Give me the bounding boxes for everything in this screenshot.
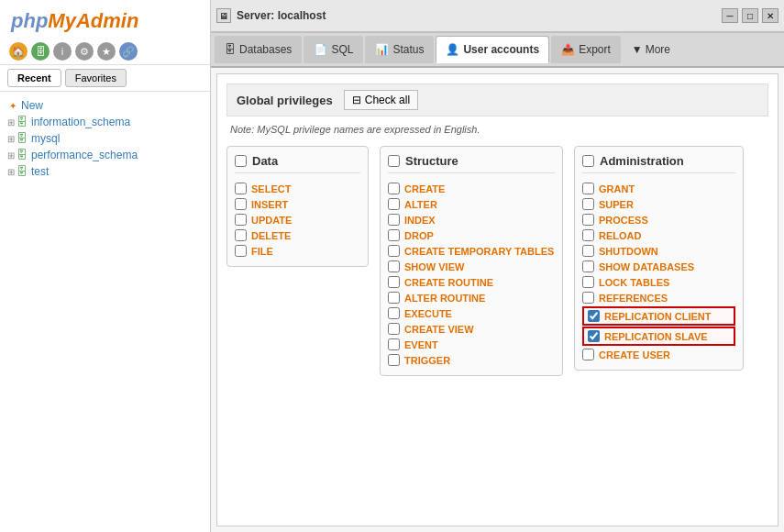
lock-icon[interactable]: 🔗 (119, 42, 138, 61)
check-all-button[interactable]: ⊟ Check all (344, 90, 418, 110)
create-user-checkbox[interactable] (582, 349, 594, 360)
alter-routine-checkbox[interactable] (388, 292, 400, 304)
show-databases-checkbox[interactable] (582, 260, 594, 272)
db-item-performance-schema[interactable]: ⊞ 🗄 performance_schema (0, 147, 210, 163)
db-item-information-schema[interactable]: ⊞ 🗄 information_schema (0, 114, 210, 130)
database-icon[interactable]: 🗄 (31, 42, 50, 61)
priv-trigger: TRIGGER (388, 352, 555, 368)
create-user-label[interactable]: CREATE USER (599, 349, 670, 360)
create-view-checkbox[interactable] (388, 323, 400, 335)
global-privileges-label: Global privileges (237, 94, 333, 107)
admin-header-checkbox[interactable] (582, 155, 594, 167)
lock-tables-checkbox[interactable] (582, 276, 594, 288)
structure-header-checkbox[interactable] (388, 155, 400, 167)
priv-delete: DELETE (235, 227, 360, 243)
minimize-button[interactable]: ─ (722, 8, 738, 23)
priv-select: SELECT (235, 181, 360, 196)
replication-slave-checkbox[interactable] (588, 330, 600, 342)
insert-checkbox[interactable] (235, 198, 247, 210)
delete-label[interactable]: DELETE (251, 230, 291, 241)
priv-drop: DROP (388, 227, 555, 243)
create-routine-label[interactable]: CREATE ROUTINE (404, 277, 493, 288)
process-label[interactable]: PROCESS (599, 215, 648, 226)
trigger-label[interactable]: TRIGGER (404, 355, 450, 366)
create-view-label[interactable]: CREATE VIEW (404, 324, 474, 335)
expand-icon: ⊞ (7, 150, 15, 161)
show-databases-label[interactable]: SHOW DATABASES (599, 261, 694, 272)
tab-user-accounts[interactable]: 👤 User accounts (436, 36, 549, 63)
replication-slave-label[interactable]: REPLICATION SLAVE (604, 331, 708, 342)
reload-label[interactable]: RELOAD (599, 230, 641, 241)
close-button[interactable]: ✕ (762, 8, 778, 23)
super-checkbox[interactable] (582, 198, 594, 210)
settings-icon[interactable]: ⚙ (75, 42, 94, 61)
expand-icon: ⊞ (7, 117, 15, 127)
maximize-button[interactable]: □ (742, 8, 758, 23)
insert-label[interactable]: INSERT (251, 199, 288, 210)
home-icon[interactable]: 🏠 (9, 42, 28, 61)
select-label[interactable]: SELECT (251, 183, 291, 194)
priv-references: REFERENCES (582, 290, 735, 305)
priv-update: UPDATE (235, 212, 360, 227)
event-checkbox[interactable] (388, 338, 400, 350)
super-label[interactable]: SUPER (599, 199, 634, 210)
reload-checkbox[interactable] (582, 229, 594, 241)
drop-label[interactable]: DROP (404, 230, 434, 241)
tab-export[interactable]: 📤 Export (551, 36, 621, 63)
file-checkbox[interactable] (235, 245, 247, 257)
favorites-tab[interactable]: Favorites (65, 69, 127, 87)
grant-checkbox[interactable] (582, 183, 594, 194)
show-view-label[interactable]: SHOW VIEW (404, 261, 464, 272)
lock-tables-label[interactable]: LOCK TABLES (599, 277, 669, 288)
shutdown-checkbox[interactable] (582, 245, 594, 257)
star-icon[interactable]: ★ (97, 42, 116, 61)
recent-tab[interactable]: Recent (7, 69, 61, 87)
replication-client-label[interactable]: REPLICATION CLIENT (604, 311, 712, 322)
priv-replication-slave: REPLICATION SLAVE (582, 327, 735, 346)
index-checkbox[interactable] (388, 214, 400, 226)
tab-sql[interactable]: 📄 SQL (304, 36, 363, 63)
db-item-test[interactable]: ⊞ 🗄 test (0, 163, 210, 180)
create-checkbox[interactable] (388, 183, 400, 194)
shutdown-label[interactable]: SHUTDOWN (599, 246, 658, 257)
update-label[interactable]: UPDATE (251, 215, 292, 226)
select-checkbox[interactable] (235, 183, 247, 194)
references-checkbox[interactable] (582, 292, 594, 304)
new-database-item[interactable]: New (0, 97, 210, 114)
priv-reload: RELOAD (582, 227, 735, 243)
db-item-mysql[interactable]: ⊞ 🗄 mysql (0, 130, 210, 147)
tab-more[interactable]: ▼ More (623, 38, 679, 61)
logo: phpMyAdmin (0, 0, 210, 39)
tab-databases[interactable]: 🗄 Databases (215, 36, 302, 63)
execute-label[interactable]: EXECUTE (404, 308, 452, 319)
create-routine-checkbox[interactable] (388, 276, 400, 288)
drop-checkbox[interactable] (388, 229, 400, 241)
event-label[interactable]: EVENT (404, 339, 438, 350)
export-tab-label: Export (579, 43, 611, 56)
create-temporary-tables-label[interactable]: CREATE TEMPORARY TABLES (404, 246, 554, 257)
trigger-checkbox[interactable] (388, 354, 400, 366)
info-icon[interactable]: i (53, 42, 72, 61)
alter-checkbox[interactable] (388, 198, 400, 210)
priv-create-view: CREATE VIEW (388, 321, 555, 337)
execute-checkbox[interactable] (388, 307, 400, 319)
alter-label[interactable]: ALTER (404, 199, 437, 210)
priv-execute: EXECUTE (388, 305, 555, 321)
file-label[interactable]: FILE (251, 246, 273, 257)
tab-status[interactable]: 📊 Status (365, 36, 434, 63)
process-checkbox[interactable] (582, 214, 594, 226)
create-temporary-tables-checkbox[interactable] (388, 245, 400, 257)
main-panel: 🖥 Server: localhost ─ □ ✕ 🗄 Databases 📄 … (211, 0, 784, 532)
admin-box-header: Administration (582, 154, 735, 173)
index-label[interactable]: INDEX (404, 215, 436, 226)
create-label[interactable]: CREATE (404, 183, 445, 194)
delete-checkbox[interactable] (235, 229, 247, 241)
window-icon: 🖥 (216, 8, 231, 23)
replication-client-checkbox[interactable] (588, 310, 600, 322)
alter-routine-label[interactable]: ALTER ROUTINE (404, 293, 485, 304)
data-header-checkbox[interactable] (235, 155, 247, 167)
grant-label[interactable]: GRANT (599, 183, 635, 194)
references-label[interactable]: REFERENCES (599, 293, 668, 304)
show-view-checkbox[interactable] (388, 260, 400, 272)
update-checkbox[interactable] (235, 214, 247, 226)
